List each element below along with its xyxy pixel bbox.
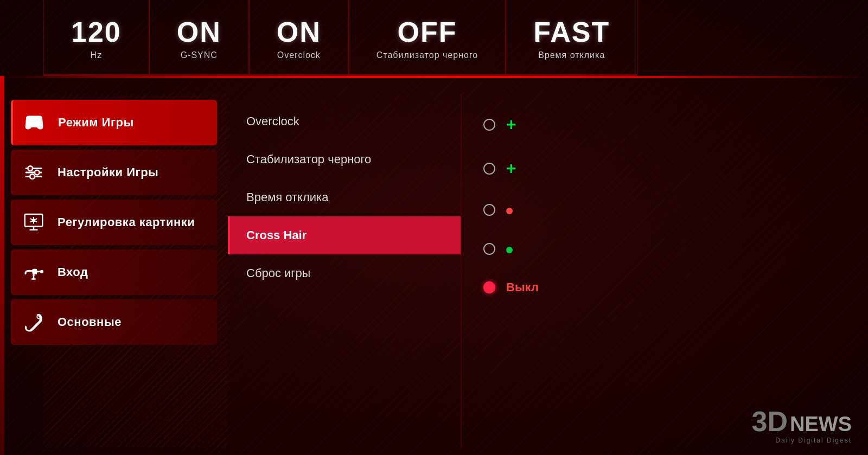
svg-point-21 [40,270,43,273]
stat-gsync-label: G-SYNC [181,50,218,60]
sidebar-label-picture-adjust: Регулировка картинки [58,215,195,229]
gamepad-icon [21,110,47,136]
svg-point-7 [28,166,33,171]
option-row-2: + [478,146,852,190]
svg-point-2 [37,120,39,122]
svg-rect-1 [28,122,33,124]
stat-response-label: Время отклика [538,50,605,60]
svg-point-18 [32,219,35,222]
stat-overclock-label: Overclock [277,50,321,60]
watermark-news-text: NEWS [790,414,852,434]
cable-icon [21,259,47,285]
sidebar-item-input[interactable]: Вход [11,249,217,295]
watermark-subtitle: Daily Digital Digest [752,437,852,444]
menu-item-overclock[interactable]: Overclock [228,102,461,140]
display-icon [21,209,47,235]
right-panel: + + Выкл [461,94,868,447]
option-row-4 [478,229,852,268]
sidebar-item-basic[interactable]: Основные [11,299,217,345]
main-content: Режим Игры Настройки Игры [0,84,868,455]
stat-black-stab: OFF Стабилизатор черного [349,0,506,76]
sidebar-label-input: Вход [58,265,88,279]
option-circle-5 [483,281,495,293]
stat-black-stab-label: Стабилизатор черного [376,50,478,60]
stat-gsync: ON G-SYNC [149,0,249,76]
wrench-icon [21,309,47,335]
option-value-3 [506,202,513,217]
sidebar-item-picture-adjust[interactable]: Регулировка картинки [11,200,217,245]
top-divider [0,76,868,78]
stat-overclock: ON Overclock [249,0,349,76]
stat-hz: 120 Hz [43,0,149,76]
sidebar-label-game-settings: Настройки Игры [58,165,158,180]
stat-black-stab-value: OFF [398,16,457,48]
svg-point-3 [40,123,41,124]
sidebar: Режим Игры Настройки Игры [0,94,228,447]
menu-item-black-stab[interactable]: Стабилизатор черного [228,140,461,178]
svg-point-11 [30,174,35,179]
watermark: 3D NEWS Daily Digital Digest [752,407,852,444]
option-row-3 [478,190,852,229]
menu-item-reset[interactable]: Сброс игры [228,254,461,292]
option-value-5: Выкл [506,280,539,294]
stat-overclock-value: ON [277,16,321,48]
option-value-4 [506,241,513,257]
option-row-1: + [478,102,852,146]
sidebar-label-game-mode: Режим Игры [58,116,134,130]
option-value-1: + [506,114,516,134]
option-circle-3 [483,204,495,216]
option-value-2: + [506,158,516,178]
option-row-5: Выкл [478,268,852,306]
sidebar-item-game-mode[interactable]: Режим Игры [11,100,217,145]
svg-point-9 [35,170,40,175]
svg-point-26 [39,316,40,318]
option-circle-2 [483,163,495,175]
middle-menu: Overclock Стабилизатор черного Время отк… [228,94,461,447]
sidebar-item-game-settings[interactable]: Настройки Игры [11,150,217,195]
option-circle-1 [483,119,495,131]
sliders-icon [21,159,47,185]
stat-response-value: FAST [533,16,610,48]
stat-hz-value: 120 [71,16,122,48]
stat-response: FAST Время отклика [506,0,637,76]
option-circle-4 [483,243,495,255]
top-status-bar: 120 Hz ON G-SYNC ON Overclock OFF Стабил… [0,0,868,76]
svg-point-5 [35,123,37,124]
svg-point-4 [37,124,39,126]
stat-gsync-value: ON [177,16,221,48]
menu-item-response[interactable]: Время отклика [228,178,461,216]
sidebar-label-basic: Основные [58,315,122,329]
stat-hz-label: Hz [91,50,103,60]
watermark-3d: 3D [752,407,788,435]
menu-item-crosshair[interactable]: Cross Hair [228,216,461,254]
